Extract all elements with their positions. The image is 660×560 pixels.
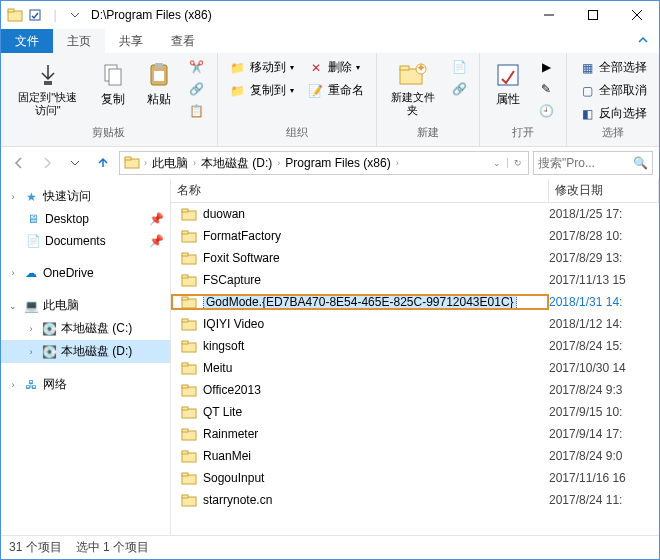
file-name: RuanMei — [203, 449, 251, 463]
tab-file[interactable]: 文件 — [1, 29, 53, 53]
back-button[interactable] — [7, 151, 31, 175]
crumb-drive-d[interactable]: 本地磁盘 (D:) — [198, 152, 275, 174]
svg-rect-19 — [125, 157, 131, 160]
copy-to-button[interactable]: 📁复制到▾ — [226, 80, 298, 101]
collapse-ribbon-button[interactable] — [627, 30, 659, 53]
qat-dropdown-icon[interactable] — [67, 7, 83, 23]
file-name: duowan — [203, 207, 245, 221]
open-button[interactable]: ▶ — [534, 57, 558, 77]
svg-rect-33 — [182, 341, 188, 344]
minimize-button[interactable] — [527, 1, 571, 29]
chevron-right-icon[interactable]: › — [394, 158, 401, 168]
file-row[interactable]: GodMode.{ED7BA470-8E54-465E-825C-9971204… — [171, 291, 659, 313]
tree-drive-c-label: 本地磁盘 (C:) — [61, 320, 132, 337]
svg-rect-25 — [182, 253, 188, 256]
copy-path-button[interactable]: 🔗 — [185, 79, 209, 99]
maximize-button[interactable] — [571, 1, 615, 29]
paste-button[interactable]: 粘贴 — [139, 57, 179, 110]
tree-quick-access[interactable]: ›★快速访问 — [1, 185, 170, 208]
file-row[interactable]: QT Lite2017/9/15 10: — [171, 401, 659, 423]
file-date: 2017/8/24 9:0 — [549, 449, 659, 463]
search-box[interactable]: 🔍 — [533, 151, 653, 175]
edit-button[interactable]: ✎ — [534, 79, 558, 99]
file-row[interactable]: IQIYI Video2018/1/12 14: — [171, 313, 659, 335]
copy-button[interactable]: 复制 — [93, 57, 133, 110]
new-folder-button[interactable]: ✦ 新建文件夹 — [385, 57, 441, 119]
chevron-right-icon[interactable]: › — [275, 158, 282, 168]
tree-desktop[interactable]: 🖥Desktop📌 — [1, 208, 170, 230]
close-button[interactable] — [615, 1, 659, 29]
svg-rect-1 — [8, 9, 14, 12]
svg-rect-23 — [182, 231, 188, 234]
group-new: ✦ 新建文件夹 📄 🔗 新建 — [377, 53, 480, 146]
crumb-folder[interactable]: Program Files (x86) — [282, 152, 393, 174]
file-name: FormatFactory — [203, 229, 281, 243]
up-button[interactable] — [91, 151, 115, 175]
select-all-button[interactable]: ▦全部选择 — [575, 57, 651, 78]
rename-label: 重命名 — [328, 82, 364, 99]
chevron-right-icon[interactable]: › — [191, 158, 198, 168]
svg-rect-31 — [182, 319, 188, 322]
svg-rect-9 — [109, 69, 121, 85]
col-header-modified[interactable]: 修改日期 — [549, 179, 659, 202]
history-button[interactable]: 🕘 — [534, 101, 558, 121]
group-select: ▦全部选择 ▢全部取消 ◧反向选择 选择 — [567, 53, 659, 146]
svg-rect-39 — [182, 407, 188, 410]
file-row[interactable]: FSCapture2017/11/13 15 — [171, 269, 659, 291]
file-row[interactable]: FormatFactory2017/8/28 10: — [171, 225, 659, 247]
paste-shortcut-button[interactable]: 📋 — [185, 101, 209, 121]
file-row[interactable]: duowan2018/1/25 17: — [171, 203, 659, 225]
tree-network[interactable]: ›🖧网络 — [1, 373, 170, 396]
file-row[interactable]: Office20132017/8/24 9:3 — [171, 379, 659, 401]
file-pane: 名称 修改日期 duowan2018/1/25 17:FormatFactory… — [171, 179, 659, 535]
file-row[interactable]: RuanMei2017/8/24 9:0 — [171, 445, 659, 467]
status-bar: 31 个项目 选中 1 个项目 — [1, 535, 659, 559]
pin-button[interactable]: 固定到"快速访问" — [9, 57, 87, 119]
nav-tree: ›★快速访问 🖥Desktop📌 📄Documents📌 ›☁OneDrive … — [1, 179, 171, 535]
tree-desktop-label: Desktop — [45, 212, 89, 226]
tab-home[interactable]: 主页 — [53, 29, 105, 53]
properties-button[interactable]: 属性 — [488, 57, 528, 110]
file-date: 2017/8/24 11: — [549, 493, 659, 507]
svg-rect-45 — [182, 473, 188, 476]
tree-onedrive[interactable]: ›☁OneDrive — [1, 262, 170, 284]
easy-access-button[interactable]: 🔗 — [447, 79, 471, 99]
col-header-name[interactable]: 名称 — [171, 179, 549, 202]
tree-thispc[interactable]: ⌄💻此电脑 — [1, 294, 170, 317]
group-organize: 📁移动到▾ 📁复制到▾ ✕删除▾ 📝重命名 组织 — [218, 53, 377, 146]
tree-documents[interactable]: 📄Documents📌 — [1, 230, 170, 252]
cut-button[interactable]: ✂️ — [185, 57, 209, 77]
file-row[interactable]: Foxit Software2017/8/29 13: — [171, 247, 659, 269]
file-row[interactable]: kingsoft2017/8/24 15: — [171, 335, 659, 357]
file-row[interactable]: Meitu2017/10/30 14 — [171, 357, 659, 379]
file-row[interactable]: SogouInput2017/11/16 16 — [171, 467, 659, 489]
rename-button[interactable]: 📝重命名 — [304, 80, 368, 101]
recent-button[interactable] — [63, 151, 87, 175]
file-date: 2017/11/13 15 — [549, 273, 659, 287]
file-name: FSCapture — [203, 273, 261, 287]
delete-button[interactable]: ✕删除▾ — [304, 57, 368, 78]
chevron-right-icon[interactable]: › — [142, 158, 149, 168]
file-row[interactable]: Rainmeter2017/9/14 17: — [171, 423, 659, 445]
search-icon[interactable]: 🔍 — [633, 156, 648, 170]
invert-selection-button[interactable]: ◧反向选择 — [575, 103, 651, 124]
tab-share[interactable]: 共享 — [105, 29, 157, 53]
svg-rect-17 — [498, 65, 518, 85]
tab-view[interactable]: 查看 — [157, 29, 209, 53]
tree-drive-d[interactable]: ›💽本地磁盘 (D:) — [1, 340, 170, 363]
search-input[interactable] — [538, 156, 633, 170]
forward-button[interactable] — [35, 151, 59, 175]
select-none-button[interactable]: ▢全部取消 — [575, 80, 651, 101]
refresh-button[interactable]: ↻ — [507, 158, 528, 168]
crumb-thispc[interactable]: 此电脑 — [149, 152, 191, 174]
group-clipboard: 固定到"快速访问" 复制 粘贴 ✂️ 🔗 📋 剪贴板 — [1, 53, 218, 146]
move-to-button[interactable]: 📁移动到▾ — [226, 57, 298, 78]
qat-properties-icon[interactable] — [27, 7, 43, 23]
file-date: 2017/11/16 16 — [549, 471, 659, 485]
address-dropdown[interactable]: ⌄ — [487, 158, 507, 168]
svg-rect-35 — [182, 363, 188, 366]
file-row[interactable]: starrynote.cn2017/8/24 11: — [171, 489, 659, 511]
new-item-button[interactable]: 📄 — [447, 57, 471, 77]
address-bar[interactable]: › 此电脑 › 本地磁盘 (D:) › Program Files (x86) … — [119, 151, 529, 175]
tree-drive-c[interactable]: ›💽本地磁盘 (C:) — [1, 317, 170, 340]
